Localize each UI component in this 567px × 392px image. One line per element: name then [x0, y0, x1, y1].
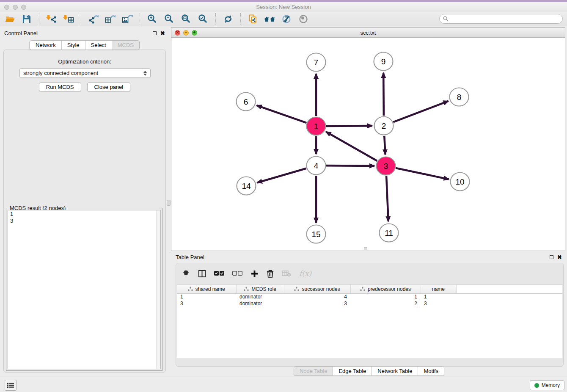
import-network-icon[interactable] — [45, 14, 58, 25]
tab-select[interactable]: Select — [85, 41, 112, 50]
table-header-row[interactable]: shared name MCDS role successor nodes pr… — [177, 285, 562, 293]
graph-node-15[interactable]: 15 — [307, 225, 326, 243]
table-row[interactable]: 3 dominator 3 2 3 — [177, 300, 562, 307]
float-table-panel-icon[interactable] — [550, 255, 553, 259]
table-toolbar: f(x) — [182, 265, 311, 282]
close-panel-button[interactable]: Close panel — [87, 82, 131, 92]
tab-style[interactable]: Style — [62, 41, 85, 50]
cell-predecessor-nodes[interactable]: 2 — [350, 300, 421, 307]
task-history-button[interactable] — [5, 380, 17, 391]
cell-name[interactable]: 1 — [421, 293, 456, 300]
export-image-icon[interactable] — [121, 14, 134, 25]
zoom-in-icon[interactable] — [146, 14, 159, 25]
delete-row-trash-icon[interactable] — [267, 270, 274, 278]
svg-text:2: 2 — [382, 121, 386, 130]
bird-view-eye-icon[interactable] — [297, 14, 310, 25]
memory-button[interactable]: Memory — [530, 380, 564, 390]
graph-edge-3-11[interactable] — [386, 176, 388, 221]
deselect-all-icon[interactable] — [232, 271, 242, 276]
tab-motifs[interactable]: Motifs — [418, 367, 444, 375]
optimization-criterion-dropdown[interactable]: strongly connected component — [19, 68, 151, 78]
tab-network-table[interactable]: Network Table — [372, 367, 418, 375]
column-header-predecessor-nodes[interactable]: predecessor nodes — [350, 285, 421, 293]
svg-text:4: 4 — [314, 161, 319, 170]
cell-mcds-role[interactable]: dominator — [236, 293, 284, 300]
vertical-splitter-grip[interactable] — [167, 200, 171, 206]
toolbar-separator — [240, 13, 241, 25]
graph-edge-2-9[interactable] — [383, 73, 384, 116]
table-row[interactable]: 1 dominator 4 1 1 — [177, 293, 562, 300]
graph-node-6[interactable]: 6 — [237, 93, 256, 111]
graph-node-2[interactable]: 2 — [374, 117, 394, 135]
mcds-result-textarea[interactable]: 1 3 — [8, 210, 161, 369]
cell-name[interactable]: 3 — [421, 300, 456, 307]
toggle-graphics-details-icon[interactable] — [281, 14, 293, 25]
graph-edge-3-10[interactable] — [396, 168, 449, 179]
graph-edge-4-14[interactable] — [257, 168, 306, 183]
zoom-selected-icon[interactable] — [197, 14, 209, 25]
column-header-name[interactable]: name — [421, 285, 456, 293]
column-header-shared-name[interactable]: shared name — [177, 285, 236, 293]
zoom-out-icon[interactable] — [163, 14, 176, 25]
cell-shared-name[interactable]: 1 — [177, 293, 236, 300]
graph-edge-2-8[interactable] — [393, 101, 448, 122]
node-table[interactable]: shared name MCDS role successor nodes pr… — [177, 284, 562, 358]
cell-predecessor-nodes[interactable]: 1 — [350, 293, 421, 300]
show-all-networks-icon[interactable] — [264, 14, 276, 25]
tab-mcds[interactable]: MCDS — [112, 41, 139, 50]
graph-node-1[interactable]: 1 — [307, 117, 326, 135]
svg-text:14: 14 — [242, 182, 251, 190]
svg-text:9: 9 — [381, 57, 386, 66]
tab-node-table[interactable]: Node Table — [294, 367, 333, 375]
cell-successor-nodes[interactable]: 3 — [284, 300, 350, 307]
apply-layout-icon[interactable] — [222, 14, 234, 25]
cell-mcds-role[interactable]: dominator — [236, 300, 284, 307]
cell-shared-name[interactable]: 3 — [177, 300, 236, 307]
graph-edge-4-3[interactable] — [326, 166, 374, 166]
network-canvas[interactable]: 7968124314101511 — [171, 38, 565, 251]
graph-node-10[interactable]: 10 — [451, 173, 470, 191]
import-table-icon[interactable] — [62, 14, 75, 25]
network-window-title: scc.txt — [171, 30, 565, 36]
search-input[interactable] — [451, 16, 559, 22]
graph-edge-2-3[interactable] — [384, 136, 385, 155]
run-mcds-button[interactable]: Run MCDS — [39, 82, 81, 92]
close-panel-icon[interactable]: ✖ — [160, 30, 165, 36]
tab-network[interactable]: Network — [30, 41, 62, 50]
export-network-icon[interactable] — [87, 14, 100, 25]
dropdown-updown-icon — [143, 71, 147, 76]
network-window-titlebar[interactable]: ✕ – + scc.txt — [171, 28, 565, 38]
float-panel-icon[interactable] — [153, 31, 157, 35]
result-scrollbar[interactable] — [156, 210, 160, 369]
graph-edge-1-6[interactable] — [256, 105, 306, 123]
svg-text:10: 10 — [455, 177, 464, 186]
graph-node-14[interactable]: 14 — [237, 177, 256, 195]
graph-node-11[interactable]: 11 — [380, 224, 399, 242]
export-table-icon[interactable] — [104, 14, 117, 25]
add-row-plus-icon[interactable] — [250, 270, 259, 278]
open-session-icon[interactable] — [3, 14, 16, 25]
column-header-successor-nodes[interactable]: successor nodes — [284, 285, 350, 293]
column-header-mcds-role[interactable]: MCDS role — [236, 285, 284, 293]
graph-edge-1-2[interactable] — [326, 126, 372, 126]
clone-network-icon[interactable] — [247, 14, 259, 25]
show-column-icon[interactable] — [198, 270, 206, 278]
global-search-box[interactable] — [439, 14, 563, 24]
close-table-panel-icon[interactable]: ✖ — [557, 254, 562, 260]
hierarchy-icon — [294, 287, 299, 291]
select-all-icon[interactable] — [214, 271, 224, 276]
zoom-fit-icon[interactable] — [180, 14, 193, 25]
cell-successor-nodes[interactable]: 4 — [284, 293, 350, 300]
graph-edge-3-1[interactable] — [326, 132, 377, 161]
tab-edge-table[interactable]: Edge Table — [333, 367, 372, 375]
graph-node-4[interactable]: 4 — [307, 157, 326, 175]
canvas-splitter-grip[interactable] — [364, 247, 367, 250]
svg-text:15: 15 — [311, 230, 320, 239]
graph-node-9[interactable]: 9 — [374, 52, 393, 71]
table-options-gear-icon[interactable] — [182, 270, 190, 278]
graph-node-3[interactable]: 3 — [377, 157, 396, 175]
toolbar-separator — [215, 13, 216, 25]
graph-node-7[interactable]: 7 — [307, 53, 326, 72]
graph-node-8[interactable]: 8 — [450, 88, 469, 106]
save-session-icon[interactable] — [20, 14, 33, 25]
